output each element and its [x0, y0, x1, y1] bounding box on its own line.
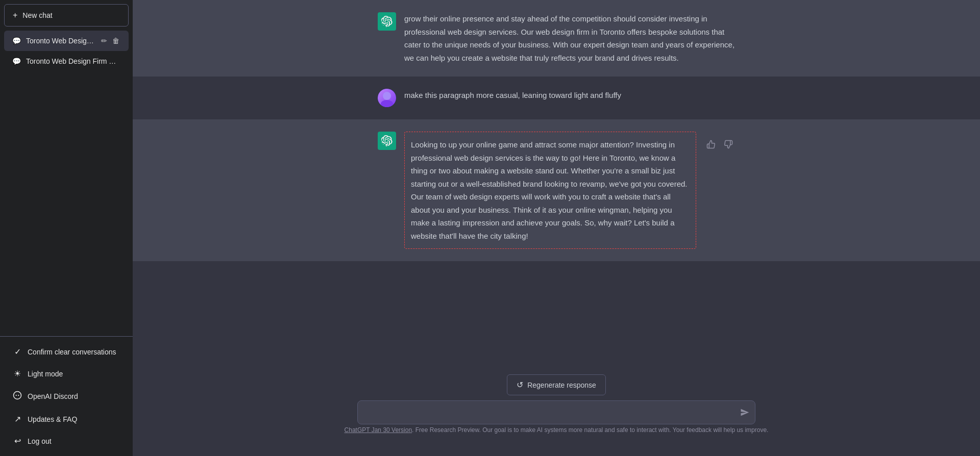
- openai-discord-link[interactable]: OpenAI Discord: [4, 385, 129, 408]
- chat1-actions: ✏ 🗑: [100, 36, 120, 46]
- new-chat-label: New chat: [22, 11, 52, 19]
- chat-icon: 💬: [12, 37, 21, 45]
- ai-message-3-content: Looking to up your online game and attra…: [404, 132, 696, 249]
- discord-icon: [12, 391, 22, 402]
- new-chat-button[interactable]: + New chat: [4, 4, 129, 27]
- plus-icon: +: [13, 11, 17, 20]
- chat-messages: grow their online presence and stay ahea…: [133, 0, 980, 374]
- sun-icon: ☀: [12, 369, 22, 378]
- main-content: grow their online presence and stay ahea…: [133, 0, 980, 456]
- svg-point-3: [383, 92, 391, 100]
- input-area: [357, 400, 755, 426]
- svg-point-0: [14, 392, 21, 399]
- ai-response-highlighted: Looking to up your online game and attra…: [404, 132, 696, 249]
- svg-point-4: [381, 100, 393, 107]
- check-icon: ✓: [12, 347, 22, 357]
- updates-faq-label: Updates & FAQ: [28, 415, 77, 423]
- ai-message-1: grow their online presence and stay ahea…: [133, 0, 980, 77]
- thumbs-up-button[interactable]: [704, 138, 718, 153]
- send-button[interactable]: [740, 408, 749, 419]
- user-message-2: make this paragraph more casual, leaning…: [133, 77, 980, 119]
- regenerate-label: Regenerate response: [527, 381, 596, 389]
- ai-avatar-1: [378, 12, 396, 31]
- chat-input[interactable]: [357, 400, 755, 424]
- light-mode-toggle[interactable]: ☀ Light mode: [4, 363, 129, 385]
- ai-message-3-text: Looking to up your online game and attra…: [411, 140, 688, 240]
- chatgpt-version-link[interactable]: ChatGPT Jan 30 Version: [345, 426, 412, 434]
- sidebar-item-chat2[interactable]: 💬 Toronto Web Design Firm CTA: [4, 52, 129, 70]
- external-link-icon: ↗: [12, 414, 22, 424]
- sidebar-bottom: ✓ Confirm clear conversations ☀ Light mo…: [0, 336, 133, 456]
- footer-note-text: . Free Research Preview. Our goal is to …: [412, 426, 768, 434]
- confirm-clear-conversations[interactable]: ✓ Confirm clear conversations: [4, 341, 129, 363]
- updates-faq-link[interactable]: ↗ Updates & FAQ: [4, 408, 129, 430]
- regenerate-button[interactable]: ↺ Regenerate response: [507, 374, 606, 395]
- user-message-2-text: make this paragraph more casual, leaning…: [404, 91, 621, 99]
- user-avatar-2: [378, 89, 396, 107]
- ai-message-1-content: grow their online presence and stay ahea…: [404, 12, 735, 64]
- confirm-clear-label: Confirm clear conversations: [28, 348, 116, 356]
- user-message-2-inner: make this paragraph more casual, leaning…: [357, 89, 755, 107]
- delete-chat1-button[interactable]: 🗑: [111, 36, 120, 46]
- ai-message-3: Looking to up your online game and attra…: [133, 119, 980, 261]
- edit-chat1-button[interactable]: ✏: [100, 36, 108, 46]
- log-out-button[interactable]: ↩ Log out: [4, 430, 129, 452]
- light-mode-label: Light mode: [28, 370, 63, 378]
- ai-message-1-text: grow their online presence and stay ahea…: [404, 14, 734, 62]
- chat-footer: ↺ Regenerate response ChatGPT Jan 30 Ver…: [133, 374, 980, 440]
- ai-message-1-inner: grow their online presence and stay ahea…: [357, 12, 755, 64]
- svg-point-1: [16, 395, 17, 396]
- thumbs-down-button[interactable]: [722, 138, 735, 153]
- logout-icon: ↩: [12, 436, 22, 446]
- sidebar: + New chat 💬 Toronto Web Design SI ✏ 🗑 💬…: [0, 0, 133, 456]
- user-message-2-content: make this paragraph more casual, leaning…: [404, 89, 735, 102]
- sidebar-top: + New chat 💬 Toronto Web Design SI ✏ 🗑 💬…: [0, 0, 133, 336]
- chat-list: 💬 Toronto Web Design SI ✏ 🗑 💬 Toronto We…: [4, 31, 129, 70]
- ai-message-3-actions: [704, 132, 735, 153]
- svg-point-2: [18, 395, 19, 396]
- chat-icon2: 💬: [12, 57, 21, 65]
- chat1-label: Toronto Web Design SI: [26, 37, 95, 45]
- ai-message-3-inner: Looking to up your online game and attra…: [357, 132, 755, 249]
- regenerate-icon: ↺: [517, 380, 523, 390]
- log-out-label: Log out: [28, 437, 52, 445]
- chat2-label: Toronto Web Design Firm CTA: [26, 57, 120, 65]
- footer-note: ChatGPT Jan 30 Version. Free Research Pr…: [345, 426, 769, 438]
- sidebar-item-chat1[interactable]: 💬 Toronto Web Design SI ✏ 🗑: [4, 31, 129, 51]
- discord-label: OpenAI Discord: [28, 392, 78, 400]
- ai-avatar-3: [378, 132, 396, 150]
